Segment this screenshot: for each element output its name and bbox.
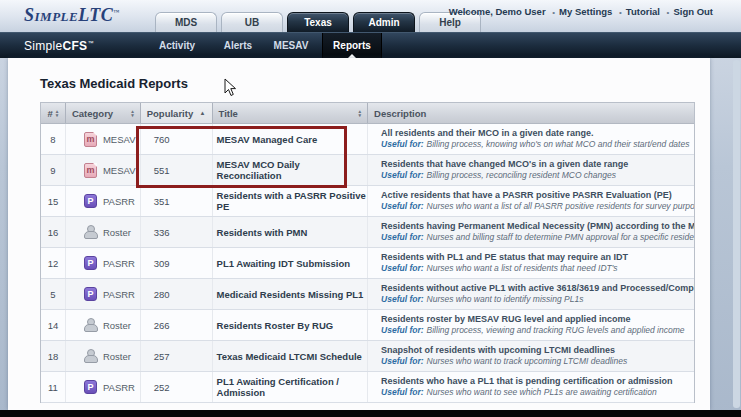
popularity-value: 257 — [141, 341, 213, 371]
description-text: Residents who have a PL1 that is pending… — [381, 376, 673, 387]
simplecfs-brand: SimpleCFS™ — [24, 39, 94, 53]
description-cell: Active residents that have a PASRR posit… — [368, 186, 694, 216]
category-cell: PPASRR — [66, 248, 141, 278]
description-cell: Residents roster by MESAV RUG level and … — [368, 310, 694, 340]
useful-for-text: Useful for:Billing process, knowing who'… — [381, 139, 689, 150]
popularity-value: 266 — [141, 310, 213, 340]
row-number: 11 — [41, 372, 66, 402]
user-links: Welcome, Demo User •My Settings •Tutoria… — [449, 6, 713, 17]
nav-item-mesav[interactable]: MESAV — [266, 33, 316, 59]
tab-ub[interactable]: UB — [221, 12, 283, 32]
roster-icon — [84, 225, 97, 239]
description-cell: All residents and their MCO in a given d… — [368, 124, 694, 154]
table-row[interactable]: 8 mMESAV 760 MESAV Managed Care All resi… — [41, 124, 694, 155]
row-number: 5 — [41, 279, 66, 309]
nav-item-activity[interactable]: Activity — [148, 33, 206, 59]
category-cell: PPASRR — [66, 279, 141, 309]
main-tabs: MDS UB Texas Admin Help — [155, 12, 481, 32]
useful-for-text: Useful for:Nurses who want a list of all… — [381, 201, 694, 212]
row-number: 14 — [41, 310, 66, 340]
report-title-link[interactable]: MESAV Managed Care — [213, 124, 369, 154]
report-title-link[interactable]: Medicaid Residents Missing PL1 — [213, 279, 369, 309]
report-title-link[interactable]: Residents with a PASRR Positive PE — [213, 186, 369, 216]
header-title[interactable]: Title▴▾ — [213, 103, 369, 123]
header-category[interactable]: Category▴▾ — [66, 103, 141, 123]
table-row[interactable]: 15 PPASRR 351 Residents with a PASRR Pos… — [41, 186, 694, 217]
table-row[interactable]: 16 Roster 336 Residents with PMN Residen… — [41, 217, 694, 248]
category-label: MESAV — [103, 134, 136, 145]
sort-asc-icon: ▲ — [200, 110, 206, 116]
mesav-icon: m — [84, 132, 97, 147]
header-description: Description — [368, 103, 694, 123]
tab-mds[interactable]: MDS — [155, 12, 217, 32]
report-title-link[interactable]: PL1 Awaiting Certification / Admission — [213, 372, 369, 402]
row-number: 16 — [41, 217, 66, 247]
category-cell: PPASRR — [66, 186, 141, 216]
roster-icon — [84, 318, 97, 332]
category-cell: mMESAV — [66, 124, 141, 154]
popularity-value: 280 — [141, 279, 213, 309]
bottom-letterbox-bar — [0, 410, 741, 417]
report-title-link[interactable]: MESAV MCO Daily Reconciliation — [213, 155, 369, 185]
separator-dot: • — [619, 8, 622, 17]
category-cell: mMESAV — [66, 155, 141, 185]
report-title-link[interactable]: Texas Medicaid LTCMI Schedule — [213, 341, 369, 371]
category-label: Roster — [103, 227, 131, 238]
popularity-value: 760 — [141, 124, 213, 154]
tutorial-link[interactable]: Tutorial — [626, 6, 660, 17]
header-popularity[interactable]: Popularity▲ — [141, 103, 213, 123]
row-number: 12 — [41, 248, 66, 278]
roster-icon — [84, 349, 97, 363]
table-row[interactable]: 12 PPASRR 309 PL1 Awaiting IDT Submissio… — [41, 248, 694, 279]
table-row[interactable]: 9 mMESAV 551 MESAV MCO Daily Reconciliat… — [41, 155, 694, 186]
app-navbar: SimpleCFS™ Activity Alerts MESAV Reports — [0, 32, 741, 58]
nav-item-alerts[interactable]: Alerts — [212, 33, 264, 59]
popularity-value: 309 — [141, 248, 213, 278]
top-header: SimpleLTC™ MDS UB Texas Admin Help Welco… — [0, 0, 741, 32]
sort-both-icon: ▴▾ — [359, 109, 362, 117]
category-label: PASRR — [103, 382, 135, 393]
report-title-link[interactable]: Residents with PMN — [213, 217, 369, 247]
useful-for-text: Useful for:Nurses who want to track upco… — [381, 356, 627, 367]
description-cell: Residents without active PL1 with active… — [368, 279, 694, 309]
popularity-value: 336 — [141, 217, 213, 247]
report-title-link[interactable]: Residents Roster By RUG — [213, 310, 369, 340]
category-label: PASRR — [103, 196, 135, 207]
useful-for-text: Useful for:Nurses who want a list of res… — [381, 263, 618, 274]
useful-for-text: Useful for:Billing process, viewing and … — [381, 325, 684, 336]
report-title-link[interactable]: PL1 Awaiting IDT Submission — [213, 248, 369, 278]
table-row[interactable]: 11 PPASRR 252 PL1 Awaiting Certification… — [41, 372, 694, 403]
tab-admin[interactable]: Admin — [353, 12, 415, 32]
table-row[interactable]: 18 Roster 257 Texas Medicaid LTCMI Sched… — [41, 341, 694, 372]
useful-for-text: Useful for:Nurses who want to see which … — [381, 387, 657, 398]
table-header-row: #▴▾ Category▴▾ Popularity▲ Title▴▾ Descr… — [41, 103, 694, 124]
category-cell: Roster — [66, 341, 141, 371]
description-cell: Residents that have changed MCO's in a g… — [368, 155, 694, 185]
pasrr-icon: P — [84, 194, 97, 208]
scrollbar[interactable] — [733, 60, 740, 408]
category-label: Roster — [103, 351, 131, 362]
category-label: MESAV — [103, 165, 136, 176]
table-row[interactable]: 5 PPASRR 280 Medicaid Residents Missing … — [41, 279, 694, 310]
description-text: Residents with PL1 and PE status that ma… — [381, 252, 628, 263]
category-label: PASRR — [103, 289, 135, 300]
description-cell: Residents having Permanent Medical Neces… — [368, 217, 694, 247]
row-number: 8 — [41, 124, 66, 154]
mouse-cursor — [224, 78, 237, 101]
content-panel: Texas Medicaid Reports #▴▾ Category▴▾ Po… — [8, 58, 710, 410]
popularity-value: 351 — [141, 186, 213, 216]
sign-out-link[interactable]: Sign Out — [673, 6, 713, 17]
table-row[interactable]: 14 Roster 266 Residents Roster By RUG Re… — [41, 310, 694, 341]
popularity-value: 551 — [141, 155, 213, 185]
category-label: PASRR — [103, 258, 135, 269]
row-number: 18 — [41, 341, 66, 371]
tab-texas[interactable]: Texas — [287, 12, 349, 32]
my-settings-link[interactable]: My Settings — [559, 6, 612, 17]
header-number[interactable]: #▴▾ — [41, 103, 66, 123]
description-cell: Snapshot of residents with upcoming LTCM… — [368, 341, 694, 371]
simpleltc-logo: SimpleLTC™ — [24, 5, 120, 26]
description-text: Residents having Permanent Medical Neces… — [381, 221, 694, 232]
description-text: Active residents that have a PASRR posit… — [381, 190, 672, 201]
pasrr-icon: P — [84, 287, 97, 301]
popularity-value: 252 — [141, 372, 213, 402]
